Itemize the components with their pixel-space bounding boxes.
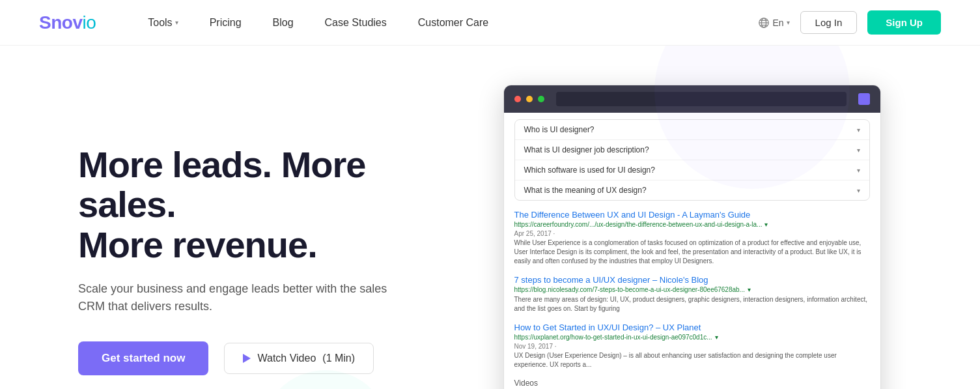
login-button[interactable]: Log In: [800, 11, 858, 34]
watch-video-duration: (1 Min): [322, 353, 355, 364]
nav-customer-care[interactable]: Customer Care: [418, 17, 488, 29]
browser-dot-minimize: [526, 96, 533, 102]
nav-tools[interactable]: Tools ▾: [148, 17, 178, 29]
main-nav: Tools ▾ Pricing Blog Case Studies Custom…: [148, 17, 758, 29]
faq-item[interactable]: What is UI designer job description? ▾: [515, 140, 869, 160]
logo-snov: Snov: [39, 12, 82, 33]
browser-content: Who is UI designer? ▾ What is UI designe…: [504, 113, 880, 389]
hero-heading-line2: More revenue.: [78, 224, 317, 265]
videos-label: Videos: [514, 379, 870, 388]
browser-mockup: Who is UI designer? ▾ What is UI designe…: [503, 85, 881, 389]
faq-chevron-icon: ▾: [857, 187, 860, 194]
watch-video-button[interactable]: Watch Video (1 Min): [224, 343, 374, 374]
tools-chevron-icon: ▾: [175, 19, 178, 26]
watch-video-label: Watch Video: [257, 353, 316, 364]
logo-io: io: [82, 12, 96, 33]
header: Snovio Tools ▾ Pricing Blog Case Studies…: [0, 0, 980, 46]
get-started-button[interactable]: Get started now: [78, 341, 208, 375]
faq-item[interactable]: What is the meaning of UX design? ▾: [515, 180, 869, 200]
language-selector[interactable]: En ▾: [758, 17, 789, 29]
faq-section: Who is UI designer? ▾ What is UI designe…: [514, 119, 870, 201]
search-result-item: How to Get Started in UX/UI Design? – UX…: [514, 323, 870, 369]
search-results-area: Who is UI designer? ▾ What is UI designe…: [504, 113, 880, 389]
result-meta: Nov 19, 2017 ·: [514, 343, 870, 350]
result-title[interactable]: The Difference Between UX and UI Design …: [514, 210, 870, 220]
faq-item[interactable]: Which software is used for UI design? ▾: [515, 160, 869, 180]
browser-bar: [504, 85, 880, 113]
play-icon: [243, 354, 251, 363]
hero-section: More leads. More sales. More revenue. Sc…: [0, 46, 980, 389]
result-desc: There are many areas of design: UI, UX, …: [514, 295, 870, 313]
browser-extension-icon: [858, 93, 870, 105]
nav-blog[interactable]: Blog: [273, 17, 294, 29]
hero-right: Who is UI designer? ▾ What is UI designe…: [443, 85, 902, 389]
result-url: https://careerfoundry.com/.../ux-design/…: [514, 221, 870, 228]
language-label: En: [772, 18, 783, 28]
signup-button[interactable]: Sign Up: [867, 10, 941, 35]
result-meta: Apr 25, 2017 ·: [514, 230, 870, 237]
search-result-item: The Difference Between UX and UI Design …: [514, 210, 870, 266]
result-url: https://blog.nicolesady.com/7-steps-to-b…: [514, 286, 870, 293]
nav-pricing[interactable]: Pricing: [210, 17, 242, 29]
hero-heading-line1: More leads. More sales.: [78, 144, 365, 225]
faq-chevron-icon: ▾: [857, 147, 860, 154]
browser-dot-maximize: [538, 96, 544, 102]
browser-dot-close: [514, 96, 521, 102]
faq-chevron-icon: ▾: [857, 126, 860, 134]
result-title[interactable]: How to Get Started in UX/UI Design? – UX…: [514, 323, 870, 332]
videos-section: Videos 15:30: [514, 379, 870, 389]
globe-icon: [758, 17, 770, 29]
result-desc: While User Experience is a conglomeratio…: [514, 238, 870, 266]
hero-left: More leads. More sales. More revenue. Sc…: [78, 145, 443, 376]
hero-subtext: Scale your business and engage leads bet…: [78, 280, 404, 315]
hero-heading: More leads. More sales. More revenue.: [78, 145, 443, 265]
result-desc: UX Design (User Experience Design) – is …: [514, 351, 870, 369]
search-result-item: 7 steps to become a UI/UX designer – Nic…: [514, 275, 870, 313]
logo[interactable]: Snovio: [39, 12, 96, 33]
faq-item[interactable]: Who is UI designer? ▾: [515, 120, 869, 140]
hero-actions: Get started now Watch Video (1 Min): [78, 341, 443, 375]
result-url: https://uxplanet.org/how-to-get-started-…: [514, 334, 870, 341]
faq-chevron-icon: ▾: [857, 167, 860, 174]
browser-address-bar: [556, 92, 847, 106]
header-right: En ▾ Log In Sign Up: [758, 10, 941, 35]
lang-chevron-icon: ▾: [787, 19, 790, 26]
result-title[interactable]: 7 steps to become a UI/UX designer – Nic…: [514, 275, 870, 285]
nav-case-studies[interactable]: Case Studies: [325, 17, 387, 29]
